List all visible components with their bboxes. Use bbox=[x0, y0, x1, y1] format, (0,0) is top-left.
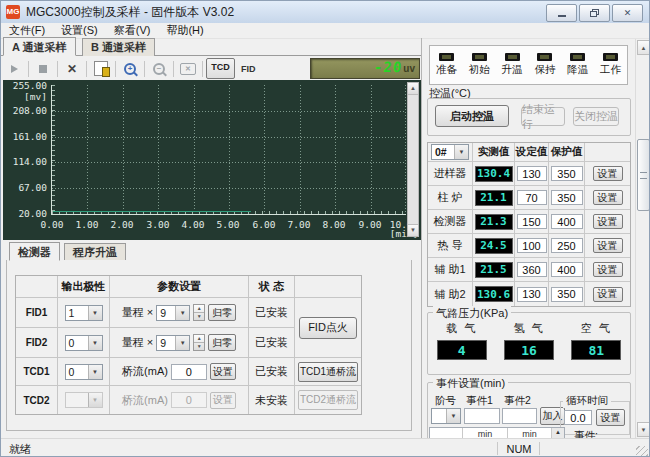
aux1-protect-input[interactable] bbox=[551, 262, 583, 277]
oven-protect-input[interactable] bbox=[551, 190, 583, 205]
x-tick-label: 8.00 bbox=[317, 219, 351, 230]
minimize-button[interactable] bbox=[546, 4, 577, 22]
tab-temp-program[interactable]: 程序升温 bbox=[64, 243, 126, 261]
event1-input[interactable] bbox=[464, 408, 500, 424]
oven-set-button[interactable]: 设置 bbox=[593, 190, 623, 205]
start-temp-control-button[interactable]: 启动控温 bbox=[435, 105, 509, 127]
detector-set-button[interactable]: 设置 bbox=[593, 214, 623, 229]
spinner-down-icon[interactable]: ▼ bbox=[194, 313, 204, 320]
spinner-up-icon[interactable]: ▲ bbox=[194, 305, 204, 313]
scroll-up-icon[interactable]: ▲ bbox=[637, 40, 650, 55]
scrollbar-thumb[interactable] bbox=[637, 139, 650, 211]
col-actual: 实测值 bbox=[473, 143, 515, 162]
signal-value: -20 bbox=[373, 59, 403, 76]
tcd1-bridge-input[interactable] bbox=[171, 364, 207, 380]
restore-button[interactable] bbox=[579, 4, 610, 22]
aux2-set-input[interactable] bbox=[517, 287, 547, 302]
tcd1-polarity-combo[interactable]: 0▼ bbox=[65, 364, 103, 380]
toolbar-separator bbox=[144, 61, 145, 77]
scroll-up-icon[interactable]: ▲ bbox=[408, 83, 418, 95]
y-tick-label: 161.00 bbox=[5, 131, 47, 142]
zoom-in-button[interactable]: + bbox=[119, 59, 141, 79]
fid-toggle-button[interactable]: FID bbox=[235, 64, 262, 74]
y-axis-unit: [mv] bbox=[5, 91, 47, 102]
fid1-zero-button[interactable]: 归零 bbox=[208, 304, 236, 321]
bridge-current-label: 桥流(mA) bbox=[122, 364, 168, 379]
chevron-down-icon[interactable]: ▼ bbox=[88, 365, 102, 379]
oven-set-input[interactable] bbox=[517, 190, 547, 205]
detector-actual-lcd: 21.3 bbox=[475, 214, 513, 230]
step-combo[interactable]: ▼ bbox=[431, 408, 461, 424]
tcd1-set-button[interactable]: 设置 bbox=[210, 363, 236, 380]
hydrogen-lcd: 16 bbox=[504, 340, 554, 360]
fid1-range-combo[interactable]: 9▼ bbox=[156, 305, 190, 321]
tab-channel-b[interactable]: B 通道采样 bbox=[82, 38, 155, 56]
tcd-protect-input[interactable] bbox=[551, 238, 583, 253]
detector-set-input[interactable] bbox=[517, 214, 547, 229]
tab-channel-a[interactable]: A 通道采样 bbox=[3, 37, 76, 56]
tcd2-bridge-input bbox=[171, 392, 207, 408]
injector-set-button[interactable]: 设置 bbox=[593, 166, 623, 181]
fid2-range-spinner[interactable]: ▲▼ bbox=[193, 334, 205, 351]
menu-view[interactable]: 察看(V) bbox=[106, 23, 159, 38]
menu-help[interactable]: 帮助(H) bbox=[158, 23, 211, 38]
inject-button[interactable] bbox=[90, 59, 112, 79]
col-event1: 事件1 bbox=[466, 394, 493, 408]
aux2-protect-input[interactable] bbox=[551, 287, 583, 302]
fid2-status: 已安装 bbox=[249, 328, 295, 358]
fid1-range-spinner[interactable]: ▲▼ bbox=[193, 304, 205, 321]
aux2-actual-lcd: 130.6 bbox=[475, 286, 513, 302]
fid2-zero-button[interactable]: 归零 bbox=[208, 334, 236, 351]
chevron-down-icon[interactable]: ▼ bbox=[175, 336, 189, 350]
spinner-up-icon[interactable]: ▲ bbox=[194, 335, 204, 343]
delete-button[interactable]: ✕ bbox=[61, 59, 83, 79]
fid1-status: 已安装 bbox=[249, 298, 295, 328]
chart-scrollbar[interactable]: ▲ ▼ bbox=[407, 82, 419, 237]
title-bar[interactable]: MG MGC3000控制及采样 - 固件版本 V3.02 ✕ bbox=[1, 1, 649, 24]
zoom-out-button[interactable]: − bbox=[148, 59, 170, 79]
play-button[interactable] bbox=[3, 59, 25, 79]
tcd-set-input[interactable] bbox=[517, 238, 547, 253]
scroll-down-icon[interactable]: ▼ bbox=[637, 422, 650, 437]
fid2-polarity-combo[interactable]: 0▼ bbox=[65, 335, 103, 351]
tcd-set-button[interactable]: 设置 bbox=[593, 238, 623, 253]
close-button[interactable]: ✕ bbox=[612, 4, 643, 22]
chevron-down-icon[interactable]: ▼ bbox=[454, 145, 468, 159]
stop-button[interactable] bbox=[32, 59, 54, 79]
cycle-time-input[interactable] bbox=[564, 410, 592, 425]
resize-grip[interactable] bbox=[636, 446, 648, 457]
event2-input[interactable] bbox=[502, 408, 537, 424]
detector-protect-input[interactable] bbox=[551, 214, 583, 229]
range-label: 量程 × bbox=[122, 305, 153, 320]
cycle-time-set-button[interactable]: 设置 bbox=[596, 409, 625, 426]
tab-detector[interactable]: 检测器 bbox=[9, 242, 60, 261]
channel-tab-bar: A 通道采样 B 通道采样 bbox=[1, 38, 421, 56]
tcd-toggle-button[interactable]: TCD bbox=[206, 58, 235, 79]
led-indicator bbox=[537, 53, 552, 61]
chevron-down-icon[interactable]: ▼ bbox=[88, 336, 102, 350]
right-pane-scrollbar[interactable]: ▲ ▼ bbox=[635, 39, 650, 438]
carrier-gas-gauge: 载 气 4 bbox=[437, 321, 487, 360]
chevron-down-icon[interactable]: ▼ bbox=[446, 409, 460, 423]
menu-file[interactable]: 文件(F) bbox=[1, 23, 53, 38]
fid-ignite-button[interactable]: FID点火 bbox=[299, 317, 357, 339]
aux2-set-button[interactable]: 设置 bbox=[593, 287, 623, 302]
fid1-polarity-combo[interactable]: 1▼ bbox=[65, 305, 103, 321]
chevron-down-icon[interactable]: ▼ bbox=[175, 306, 189, 320]
aux1-set-input[interactable] bbox=[517, 262, 547, 277]
injector-set-input[interactable] bbox=[517, 166, 547, 181]
spinner-down-icon[interactable]: ▼ bbox=[194, 343, 204, 350]
tcd1-bridge-on-button[interactable]: TCD1通桥流 bbox=[298, 362, 358, 382]
zone-selector-combo[interactable]: 0#▼ bbox=[431, 144, 469, 160]
fid2-range-combo[interactable]: 9▼ bbox=[156, 335, 190, 351]
toolbar: ✕ + − ✕ TCD FID -20 uv bbox=[3, 57, 421, 80]
chromatogram-chart[interactable]: 255.00 [mv] 208.00 161.00 114.00 67.00 2… bbox=[3, 80, 421, 240]
col-event2: 事件2 bbox=[504, 394, 531, 408]
injector-protect-input[interactable] bbox=[551, 166, 583, 181]
x-tick-label: 7.00 bbox=[282, 219, 316, 230]
reset-view-button[interactable]: ✕ bbox=[177, 59, 199, 79]
menu-settings[interactable]: 设置(S) bbox=[53, 23, 106, 38]
chevron-down-icon[interactable]: ▼ bbox=[88, 306, 102, 320]
scroll-down-icon[interactable]: ▼ bbox=[408, 224, 418, 236]
aux1-set-button[interactable]: 设置 bbox=[593, 262, 623, 277]
